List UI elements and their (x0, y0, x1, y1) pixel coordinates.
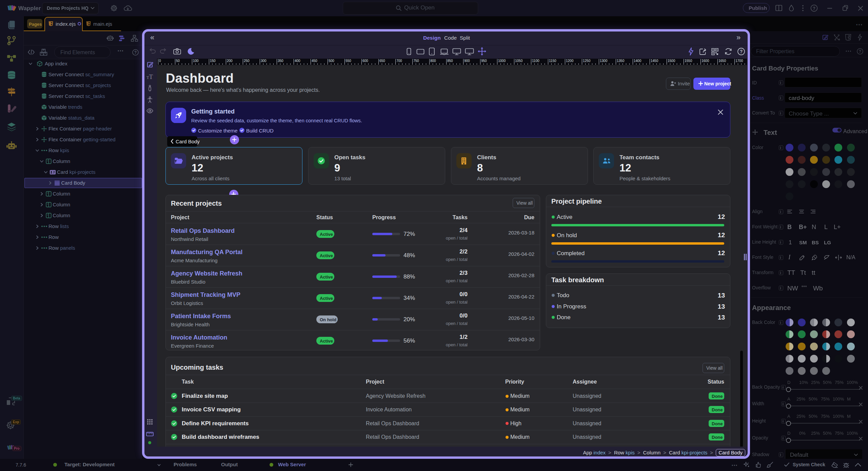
svg-text:?: ? (134, 50, 137, 55)
svg-text:T: T (149, 74, 153, 80)
svg-text:?: ? (740, 49, 743, 54)
